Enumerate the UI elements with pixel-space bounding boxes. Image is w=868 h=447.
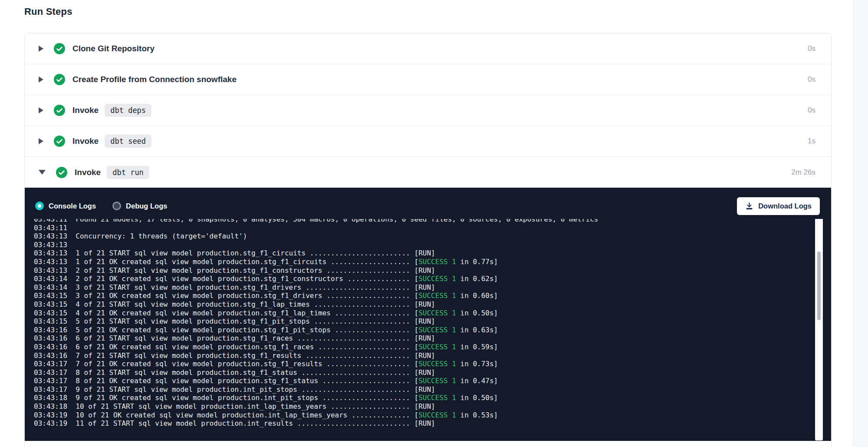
log-line: 03:43:16 7 of 21 START sql view model pr… [34,351,831,360]
step-duration: 0s [808,44,815,53]
log-panel-header: Console Logs Debug Logs Download Logs [25,188,831,219]
chevron-down-icon[interactable] [39,170,46,175]
log-line: 03:43:13 1 of 21 OK created sql view mod… [34,258,831,266]
page-right-gutter [853,0,868,447]
log-line: 03:43:17 8 of 21 START sql view model pr… [34,368,831,377]
success-check-icon [54,74,65,85]
log-line: 03:43:18 10 of 21 START sql view model p… [34,402,831,411]
step-row-clone-git-repository[interactable]: Clone Git Repository0s [25,33,831,64]
step-label: Invoke [72,106,99,115]
log-line: 03:43:19 11 of 21 START sql view model p… [34,419,831,428]
log-scrollbar-thumb[interactable] [817,252,821,320]
radio-unselected-icon[interactable] [112,202,121,210]
dbt-run-log-panel: Console Logs Debug Logs Download Logs [25,188,831,441]
log-line: 03:43:16 5 of 21 OK created sql view mod… [34,326,831,334]
success-check-icon [56,167,67,178]
log-line: 03:43:17 9 of 21 START sql view model pr… [34,385,831,394]
log-line: 03:43:17 7 of 21 OK created sql view mod… [34,360,831,368]
log-line: 03:43:19 10 of 21 OK created sql view mo… [34,411,831,420]
page-title: Run Steps [24,6,832,17]
log-line: 03:43:14 3 of 21 START sql view model pr… [34,283,831,292]
chevron-right-icon[interactable] [39,46,43,52]
chevron-right-icon[interactable] [39,76,43,83]
step-command-badge: dbt run [107,166,149,179]
success-check-icon [54,105,65,116]
step-label: Clone Git Repository [72,44,155,53]
debug-logs-radio[interactable]: Debug Logs [112,202,167,210]
log-line: 03:43:13 [34,241,831,249]
log-line: 03:43:14 2 of 21 OK created sql view mod… [34,275,831,283]
step-row-invoke-dbt-deps[interactable]: Invokedbt deps0s [25,95,831,126]
log-lines: 03:43:11 Found 21 models, 17 tests, 0 sn… [34,219,831,428]
chevron-right-icon[interactable] [39,107,43,113]
download-logs-label: Download Logs [758,202,812,210]
step-duration: 1s [808,137,815,146]
steps-list: Clone Git Repository0sCreate Profile fro… [25,33,831,188]
run-steps-page: Run Steps Clone Git Repository0sCreate P… [24,6,832,447]
step-label: Invoke [75,168,101,177]
console-logs-label: Console Logs [49,202,96,210]
log-line: 03:43:11 Found 21 models, 17 tests, 0 sn… [34,219,831,224]
log-line: 03:43:13 Concurrency: 1 threads (target=… [34,232,831,241]
log-line: 03:43:16 6 of 21 START sql view model pr… [34,334,831,343]
log-line: 03:43:11 [34,224,831,232]
log-line: 03:43:13 1 of 21 START sql view model pr… [34,249,831,258]
log-line: 03:43:16 6 of 21 OK created sql view mod… [34,343,831,351]
log-line: 03:43:13 2 of 21 START sql view model pr… [34,266,831,275]
debug-logs-label: Debug Logs [126,202,167,210]
log-line: 03:43:15 4 of 21 OK created sql view mod… [34,309,831,318]
step-command-badge: dbt seed [105,135,151,148]
step-duration: 2m 26s [791,168,815,177]
chevron-right-icon[interactable] [39,138,43,144]
step-command-badge: dbt deps [105,104,151,117]
download-logs-button[interactable]: Download Logs [737,197,820,215]
step-label: Invoke [72,136,99,146]
radio-selected-icon[interactable] [35,202,44,210]
log-line: 03:43:15 5 of 21 START sql view model pr… [34,317,831,326]
step-row-invoke-dbt-run[interactable]: Invokedbt run2m 26s [25,157,831,188]
success-check-icon [54,43,65,54]
log-line: 03:43:15 4 of 21 START sql view model pr… [34,300,831,309]
success-check-icon [54,136,65,147]
log-viewport[interactable]: 03:43:11 Found 21 models, 17 tests, 0 sn… [25,219,831,441]
step-row-create-profile-snowflake[interactable]: Create Profile from Connection snowflake… [25,64,831,95]
console-logs-radio[interactable]: Console Logs [35,202,96,210]
log-line: 03:43:15 3 of 21 OK created sql view mod… [34,291,831,300]
step-duration: 0s [808,106,815,115]
download-icon [745,202,753,210]
log-scrollbar[interactable] [815,219,823,440]
step-row-invoke-dbt-seed[interactable]: Invokedbt seed1s [25,126,831,157]
step-label: Create Profile from Connection snowflake [72,75,237,84]
log-line: 03:43:18 9 of 21 OK created sql view mod… [34,394,831,402]
log-line: 03:43:17 8 of 21 OK created sql view mod… [34,377,831,385]
step-duration: 0s [808,75,815,84]
run-steps-card: Clone Git Repository0sCreate Profile fro… [24,33,832,447]
